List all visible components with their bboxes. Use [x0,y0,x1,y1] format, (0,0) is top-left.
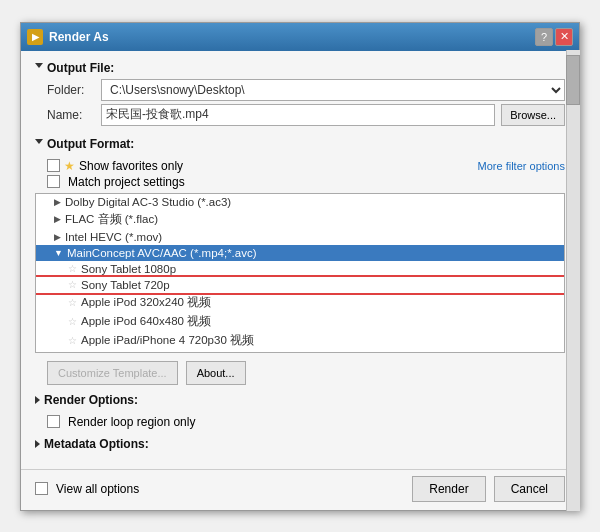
render-loop-row: Render loop region only [35,415,565,429]
list-item[interactable]: ▶ FLAC 音频 (*.flac) [36,210,564,229]
name-row: Name: Browse... [35,104,565,126]
folder-select[interactable]: C:\Users\snowy\Desktop\ [101,79,565,101]
output-file-section: Output File: Folder: C:\Users\snowy\Desk… [35,61,565,129]
item-label: Sony Tablet 720p [81,279,170,291]
template-buttons-row: Customize Template... About... [35,361,565,385]
title-bar: ▶ Render As ? ✕ [21,23,579,51]
name-input[interactable] [101,104,495,126]
list-item-ipad[interactable]: ☆ Apple iPad/iPhone 4 720p30 视频 [36,331,564,350]
view-all-checkbox[interactable] [35,482,48,495]
render-options-header: Render Options: [35,393,565,407]
item-label: Apple iPod 640x480 视频 [81,314,211,329]
arrow-icon: ▶ [54,232,61,242]
item-label: Apple iPod 320x240 视频 [81,295,211,310]
item-label: Sony Tablet 1080p [81,263,176,275]
render-options-triangle[interactable] [35,396,40,404]
favorites-left: ★ Show favorites only [47,159,183,173]
metadata-label: Metadata Options: [44,437,149,451]
right-scrollbar-thumb[interactable] [566,55,580,105]
list-item-ipod-320[interactable]: ☆ Apple iPod 320x240 视频 [36,293,564,312]
star-icon: ☆ [68,316,77,327]
name-label: Name: [47,108,95,122]
item-label: Dolby Digital AC-3 Studio (*.ac3) [65,196,231,208]
list-item-sony-720[interactable]: ☆ Sony Tablet 720p [36,277,564,293]
output-format-section: Output Format: ★ Show favorites only Mor… [35,137,565,385]
view-all-label: View all options [56,482,139,496]
output-file-triangle[interactable] [35,63,43,72]
render-button[interactable]: Render [412,476,485,502]
title-bar-left: ▶ Render As [27,29,109,45]
list-item[interactable]: ▶ Intel HEVC (*.mov) [36,229,564,245]
dialog-wrapper: ▶ Render As ? ✕ Output File: Folder: C:\… [20,22,580,511]
folder-label: Folder: [47,83,95,97]
list-item-ipod-640[interactable]: ☆ Apple iPod 640x480 视频 [36,312,564,331]
format-list[interactable]: ▶ Dolby Digital AC-3 Studio (*.ac3) ▶ FL… [35,193,565,353]
dialog-footer: View all options Render Cancel [21,469,579,510]
star-icon: ☆ [68,335,77,346]
item-label: Intel HEVC (*.mov) [65,231,162,243]
right-scrollbar[interactable] [566,50,580,511]
item-label: Apple TV 720p24 视频 [81,352,197,353]
metadata-section: Metadata Options: [35,437,565,455]
footer-right: Render Cancel [412,476,565,502]
dialog-icon: ▶ [27,29,43,45]
output-file-header: Output File: [35,61,565,75]
favorites-star: ★ [64,159,75,173]
cancel-button[interactable]: Cancel [494,476,565,502]
arrow-icon: ▶ [54,197,61,207]
list-item-appletv-720[interactable]: ☆ Apple TV 720p24 视频 [36,350,564,353]
star-icon: ☆ [68,297,77,308]
format-options: ★ Show favorites only More filter option… [35,159,565,189]
about-button[interactable]: About... [186,361,246,385]
output-format-header: Output Format: [35,137,565,151]
favorites-row: ★ Show favorites only More filter option… [47,159,565,173]
output-file-label: Output File: [47,61,114,75]
render-options-section: Render Options: Render loop region only [35,393,565,429]
help-button[interactable]: ? [535,28,553,46]
favorites-checkbox[interactable] [47,159,60,172]
match-project-row: Match project settings [47,175,565,189]
close-button[interactable]: ✕ [555,28,573,46]
render-options-label: Render Options: [44,393,138,407]
list-item[interactable]: ▶ Dolby Digital AC-3 Studio (*.ac3) [36,194,564,210]
more-filter-link[interactable]: More filter options [478,160,565,172]
output-format-label: Output Format: [47,137,134,151]
metadata-triangle[interactable] [35,440,40,448]
match-project-checkbox[interactable] [47,175,60,188]
render-loop-checkbox[interactable] [47,415,60,428]
show-favorites-label: Show favorites only [79,159,183,173]
arrow-icon: ▶ [54,214,61,224]
item-label: Apple iPad/iPhone 4 720p30 视频 [81,333,254,348]
title-buttons: ? ✕ [535,28,573,46]
render-loop-label: Render loop region only [68,415,195,429]
match-project-label: Match project settings [68,175,185,189]
browse-button[interactable]: Browse... [501,104,565,126]
render-as-dialog: ▶ Render As ? ✕ Output File: Folder: C:\… [20,22,580,511]
metadata-header: Metadata Options: [35,437,565,451]
customize-template-button[interactable]: Customize Template... [47,361,178,385]
output-format-triangle[interactable] [35,139,43,148]
dialog-title: Render As [49,30,109,44]
folder-row: Folder: C:\Users\snowy\Desktop\ [35,79,565,101]
star-icon: ☆ [68,263,77,274]
list-item-sony-1080[interactable]: ☆ Sony Tablet 1080p [36,261,564,277]
list-item-mainconcept[interactable]: ▼ MainConcept AVC/AAC (*.mp4;*.avc) [36,245,564,261]
footer-left: View all options [35,482,139,496]
arrow-icon: ▼ [54,248,63,258]
item-label: FLAC 音频 (*.flac) [65,212,158,227]
item-label: MainConcept AVC/AAC (*.mp4;*.avc) [67,247,257,259]
dialog-body: Output File: Folder: C:\Users\snowy\Desk… [21,51,579,465]
star-icon: ☆ [68,279,77,290]
